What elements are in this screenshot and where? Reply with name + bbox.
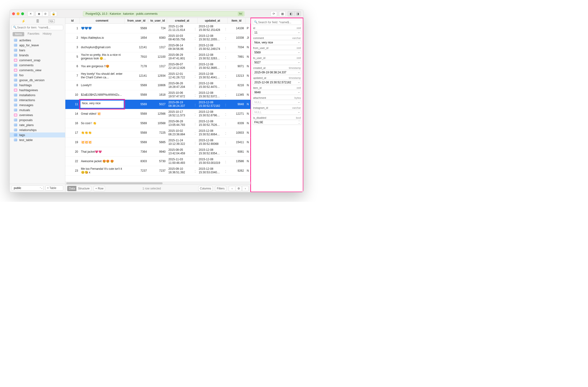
- lock-icon[interactable]: 🔒: [50, 11, 57, 16]
- cell-updated-at[interactable]: 2015-12-0815:30:52.572182˄˅: [197, 99, 228, 109]
- cell-id[interactable]: 11: [65, 99, 80, 109]
- cell-created-at[interactable]: 2015-11-2410:12:39.322˄˅: [167, 137, 197, 147]
- stepper-icon[interactable]: ˄˅: [195, 85, 196, 89]
- cell-to-user[interactable]: 10568: [148, 118, 167, 128]
- cell-created-at[interactable]: 2015-09-1016:36:51.392˄˅: [167, 166, 197, 175]
- table-row[interactable]: 14Great video! 💥5569125662015-10-1716:52…: [65, 109, 251, 118]
- cell-extra[interactable]: N: [245, 156, 250, 166]
- cell-extra[interactable]: N: [245, 147, 250, 156]
- column-header-item_id[interactable]: item_id: [228, 18, 245, 23]
- sidebar-item-proposals[interactable]: proposals: [10, 117, 65, 122]
- column-header-updated_at[interactable]: updated_at: [197, 18, 228, 23]
- cell-from-user[interactable]: 8303: [125, 156, 148, 166]
- stepper-icon[interactable]: ˄˅: [225, 76, 226, 79]
- cell-from-user[interactable]: 12141: [125, 42, 148, 52]
- cell-comment[interactable]: Great video! 💥: [80, 109, 125, 118]
- stepper-icon[interactable]: ˄˅: [225, 171, 226, 174]
- table-row[interactable]: 22Awesome jacket 😍😍 😍830357302015-11-031…: [65, 156, 251, 166]
- table-row[interactable]: 11Nice, very nice556950272015-09-1908:38…: [65, 99, 251, 109]
- cell-id[interactable]: 10: [65, 90, 80, 99]
- sidebar-item-comments_view[interactable]: comments_view: [10, 68, 65, 73]
- sidebar-item-foo[interactable]: foo: [10, 73, 65, 78]
- field-input[interactable]: 5569: [253, 50, 301, 55]
- field-input[interactable]: 2015-12-08 15:30:52.572182: [253, 80, 301, 85]
- cell-created-at[interactable]: 2015-09-0722:14:12.826˄˅: [167, 61, 197, 71]
- cell-updated-at[interactable]: 2015-12-0815:30:52.3263…˄˅: [197, 52, 228, 61]
- close-tab-button[interactable]: ✕: [27, 11, 34, 16]
- stepper-icon[interactable]: ˄˅: [225, 85, 226, 89]
- cell-from-user[interactable]: 5569: [125, 80, 148, 90]
- stepper-icon[interactable]: ˄˅: [195, 57, 196, 60]
- cell-extra[interactable]: N: [245, 52, 250, 61]
- stepper-icon[interactable]: ˄˅: [225, 104, 226, 108]
- filters-button[interactable]: Filters: [215, 186, 226, 191]
- cell-item-id[interactable]: 10933: [228, 128, 245, 137]
- sidebar-item-goose_db_version[interactable]: goose_db_version: [10, 78, 65, 83]
- cell-created-at[interactable]: 2015-08-2919:47:41.801˄˅: [167, 52, 197, 61]
- cell-created-at[interactable]: 2015-10-0619:57:47.672˄˅: [167, 90, 197, 99]
- stepper-icon[interactable]: ˄˅: [225, 161, 226, 165]
- cell-comment[interactable]: duchuykun@gmail.com: [80, 42, 125, 52]
- cell-comment[interactable]: You're so pretty, this is a nice ni gorg…: [80, 52, 125, 61]
- cell-updated-at[interactable]: 2015-12-0815:30:52.8064…˄˅: [197, 128, 228, 137]
- plug-icon[interactable]: ⚡: [21, 19, 27, 23]
- cell-comment[interactable]: Awesome jacket 😍😍 😍: [80, 156, 125, 166]
- stepper-icon[interactable]: ˄˅: [195, 152, 196, 155]
- sidebar-search-input[interactable]: [12, 25, 63, 30]
- field-input[interactable]: FALSE: [253, 120, 301, 125]
- cell-item-id[interactable]: 12271: [228, 109, 245, 118]
- cell-comment[interactable]: 💙💙💙: [80, 23, 125, 33]
- stepper-icon[interactable]: ˄˅: [195, 133, 196, 136]
- sidebar-item-messages[interactable]: messages: [10, 103, 65, 108]
- close-window[interactable]: [12, 12, 15, 15]
- stepper-icon[interactable]: ˄˅: [225, 114, 226, 117]
- cell-updated-at[interactable]: 2015-12-0815:30:52.9354…˄˅: [197, 147, 228, 156]
- table-row[interactable]: 2https://tableplus.io165483832015-10-030…: [65, 33, 251, 42]
- cell-from-user[interactable]: 5569: [125, 99, 148, 109]
- prev-page-button[interactable]: ‹: [229, 186, 235, 191]
- table-row[interactable]: 1💙💙💙55697242015-11-0921:11:21.614˄˅2015-…: [65, 23, 251, 33]
- cell-item-id[interactable]: 11345: [228, 90, 245, 99]
- sidebar-item-comments[interactable]: comments: [10, 63, 65, 68]
- cell-to-user[interactable]: 12934: [148, 71, 167, 80]
- tab-data[interactable]: Data: [67, 186, 76, 191]
- cell-to-user[interactable]: 7225: [148, 128, 167, 137]
- table-row[interactable]: 17👏👏👏556972252015-10-0206:23:38.884˄˅201…: [65, 128, 251, 137]
- inspector-search-input[interactable]: [253, 20, 301, 25]
- cell-item-id[interactable]: 15411: [228, 137, 245, 147]
- schema-selector[interactable]: public: [12, 185, 43, 191]
- cell-from-user[interactable]: 7364: [125, 147, 148, 156]
- cell-id[interactable]: 1: [65, 23, 80, 33]
- toggle-left-panel[interactable]: ◧: [288, 11, 294, 16]
- cell-item-id[interactable]: 14108: [228, 23, 245, 33]
- cell-extra[interactable]: N: [245, 42, 250, 52]
- stepper-icon[interactable]: ˄˅: [195, 38, 196, 41]
- field-input[interactable]: Nice, very nice: [253, 40, 301, 45]
- stepper-icon[interactable]: ˄˅: [225, 57, 226, 60]
- cell-id[interactable]: 22: [65, 156, 80, 166]
- cell-created-at[interactable]: 2015-08-1409:34:56.96˄˅: [167, 42, 197, 52]
- reload-icon[interactable]: ⟳: [271, 11, 277, 16]
- cell-updated-at[interactable]: 2015-12-0815:30:52.90068˄˅: [197, 137, 228, 147]
- table-row[interactable]: 10$2a$10$HZLN88PNuWWi4ZuS91lh8dB98lit0kh…: [65, 90, 251, 99]
- cell-comment[interactable]: Me too Fernanda! It's cute isn't it 😊😘 x: [80, 166, 125, 175]
- field-input[interactable]: NULL: [253, 100, 301, 105]
- cell-id[interactable]: 2: [65, 33, 80, 42]
- stepper-icon[interactable]: ˄˅: [195, 28, 196, 32]
- cell-to-user[interactable]: 7237: [148, 166, 167, 175]
- cell-id[interactable]: 23: [65, 166, 80, 175]
- cell-item-id[interactable]: 9262: [228, 166, 245, 175]
- cell-extra[interactable]: N: [245, 109, 250, 118]
- cell-id[interactable]: 8: [65, 80, 80, 90]
- cell-updated-at[interactable]: 2015-12-0815:30:52.7526…˄˅: [197, 118, 228, 128]
- add-table-button[interactable]: + Table: [45, 185, 63, 191]
- toggle-right-panel[interactable]: ◨: [294, 11, 301, 16]
- cell-updated-at[interactable]: 2015-12-0815:30:52.249174˄˅: [197, 42, 228, 52]
- cell-extra[interactable]: JI: [245, 33, 250, 42]
- sidebar-item-rate_plans[interactable]: rate_plans: [10, 122, 65, 128]
- cell-created-at[interactable]: 2015-10-1716:52:11.573˄˅: [167, 109, 197, 118]
- cell-from-user[interactable]: 5569: [125, 90, 148, 99]
- cell-from-user[interactable]: 5569: [125, 109, 148, 118]
- stepper-icon[interactable]: ˄˅: [225, 142, 226, 146]
- cell-from-user[interactable]: 7910: [125, 52, 148, 61]
